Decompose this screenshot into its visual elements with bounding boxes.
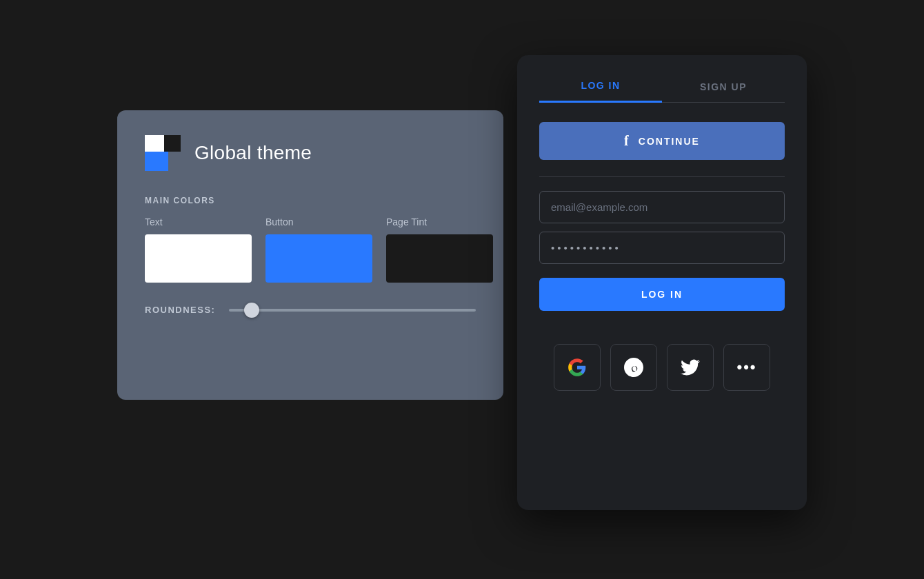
tab-login[interactable]: LOG IN bbox=[539, 80, 662, 103]
twitter-social-button[interactable] bbox=[667, 344, 714, 391]
roundness-slider[interactable] bbox=[229, 309, 476, 312]
main-colors-label: MAIN COLORS bbox=[145, 196, 476, 205]
roundness-row: ROUNDNESS: bbox=[145, 305, 476, 315]
color-col-text: Text bbox=[145, 216, 252, 283]
logo-mark bbox=[145, 135, 181, 171]
swatch-button[interactable] bbox=[265, 234, 372, 283]
google-icon bbox=[568, 358, 587, 377]
theme-card-header: Global theme bbox=[145, 135, 476, 171]
login-panel: LOG IN SIGN UP f CONTINUE LOG IN bbox=[517, 55, 807, 510]
steam-social-button[interactable] bbox=[610, 344, 657, 391]
tabs-row: LOG IN SIGN UP bbox=[539, 80, 785, 103]
color-label-button: Button bbox=[265, 216, 372, 227]
colors-row: Text Button Page Tint bbox=[145, 216, 476, 283]
tab-signup[interactable]: SIGN UP bbox=[662, 81, 785, 102]
color-col-page-tint: Page Tint bbox=[386, 216, 493, 283]
more-social-button[interactable]: ••• bbox=[723, 344, 770, 391]
steam-icon bbox=[624, 358, 643, 377]
login-button[interactable]: LOG IN bbox=[539, 278, 785, 311]
divider bbox=[539, 176, 785, 177]
facebook-icon: f bbox=[624, 133, 630, 149]
theme-card: Global theme MAIN COLORS Text Button Pag… bbox=[117, 110, 503, 400]
more-icon: ••• bbox=[736, 358, 756, 376]
roundness-label: ROUNDNESS: bbox=[145, 305, 215, 315]
twitter-icon bbox=[681, 358, 700, 377]
google-social-button[interactable] bbox=[554, 344, 601, 391]
facebook-continue-button[interactable]: f CONTINUE bbox=[539, 122, 785, 160]
slider-thumb[interactable] bbox=[244, 303, 259, 318]
swatch-page-tint[interactable] bbox=[386, 234, 493, 283]
color-col-button: Button bbox=[265, 216, 372, 283]
theme-card-title: Global theme bbox=[194, 142, 312, 164]
facebook-btn-label: CONTINUE bbox=[639, 136, 700, 147]
color-label-page-tint: Page Tint bbox=[386, 216, 493, 227]
email-input[interactable] bbox=[539, 191, 785, 223]
swatch-text[interactable] bbox=[145, 234, 252, 283]
social-buttons-row: ••• bbox=[539, 344, 785, 391]
color-label-text: Text bbox=[145, 216, 252, 227]
password-input[interactable] bbox=[539, 232, 785, 264]
